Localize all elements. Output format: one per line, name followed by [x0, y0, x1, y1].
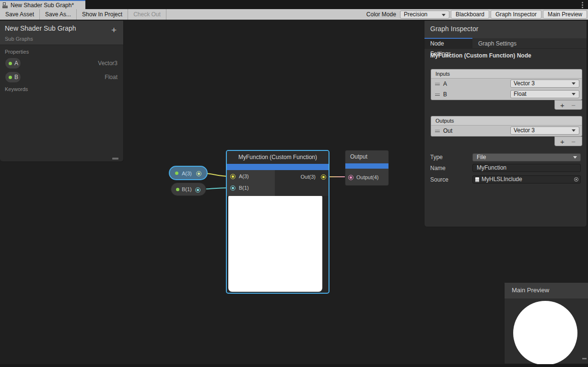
- property-dot-icon: [9, 62, 12, 65]
- blackboard-title: New Shader Sub Graph: [5, 24, 76, 32]
- save-as-button[interactable]: Save As...: [40, 9, 77, 20]
- tab-node-settings[interactable]: Node Settings: [424, 39, 472, 49]
- remove-input-button[interactable]: −: [571, 101, 576, 109]
- property-dot-icon: [175, 172, 178, 175]
- custom-function-node[interactable]: MyFunction (Custom Function) A(3) B(1) O…: [226, 150, 329, 294]
- kebab-menu-icon[interactable]: [582, 2, 583, 3]
- node-settings-heading: MyFunction (Custom Function) Node: [430, 52, 531, 59]
- chevron-down-icon: [572, 129, 576, 132]
- graph-inspector-toggle-button[interactable]: Graph Inspector: [491, 10, 541, 19]
- toolbar: Save Asset Save As... Show In Project Ch…: [0, 9, 588, 20]
- inputs-list: Inputs A Vector 3 B Float: [431, 69, 582, 100]
- drag-handle-icon[interactable]: [435, 93, 440, 96]
- property-node-a[interactable]: A(3): [169, 166, 208, 180]
- tab-graph-settings[interactable]: Graph Settings: [472, 39, 522, 49]
- input-b-name: B: [443, 91, 447, 98]
- property-node-a-label: A(3): [182, 171, 192, 176]
- save-asset-button[interactable]: Save Asset: [0, 9, 40, 20]
- output-out-type-dropdown[interactable]: Vector 3: [510, 126, 579, 135]
- type-value: File: [477, 154, 486, 161]
- graph-inspector-panel: Graph Inspector Node Settings Graph Sett…: [424, 20, 587, 227]
- output-out-name: Out: [443, 127, 452, 134]
- source-field-label: Source: [430, 176, 448, 183]
- tab-title: New Shader Sub Graph*: [11, 2, 74, 9]
- property-node-b-label: B(1): [182, 186, 192, 192]
- blackboard-resize-handle[interactable]: [112, 158, 118, 160]
- input-a-type-dropdown[interactable]: Vector 3: [510, 80, 579, 88]
- blackboard-toggle-button[interactable]: Blackboard: [451, 10, 489, 19]
- input-port-a[interactable]: [230, 174, 235, 179]
- add-property-button[interactable]: +: [111, 25, 117, 34]
- inputs-row-a[interactable]: A Vector 3: [431, 79, 582, 89]
- shader-graph-window: New Shader Sub Graph* Save Asset Save As…: [0, 0, 588, 367]
- drag-handle-icon[interactable]: [435, 83, 440, 85]
- output-port-out[interactable]: [321, 174, 326, 180]
- inputs-list-header: Inputs: [431, 69, 582, 79]
- graph-inspector-header: Graph Inspector: [424, 21, 587, 38]
- node-precision-strip: [227, 164, 329, 170]
- tab-new-shader-sub-graph[interactable]: New Shader Sub Graph*: [0, 0, 85, 9]
- subgraph-file-icon: [2, 2, 8, 8]
- add-output-button[interactable]: +: [560, 138, 564, 146]
- output-node-port-label: Output(4): [356, 174, 378, 180]
- check-out-button: Check Out: [128, 9, 166, 20]
- blackboard-property-b-type: Float: [105, 74, 118, 80]
- name-field-label: Name: [430, 165, 446, 172]
- input-b-type-dropdown[interactable]: Float: [510, 90, 579, 98]
- outputs-row-out[interactable]: Out Vector 3: [431, 126, 582, 136]
- object-picker-icon[interactable]: [574, 177, 578, 182]
- input-a-name: A: [443, 80, 447, 87]
- blackboard-property-a[interactable]: A: [5, 57, 21, 69]
- type-field-label: Type: [430, 154, 443, 161]
- show-in-project-button[interactable]: Show In Project: [77, 9, 128, 20]
- input-port-b-label: B(1): [239, 185, 249, 191]
- property-node-b[interactable]: B(1): [171, 183, 206, 196]
- preview-resize-handle[interactable]: [582, 358, 587, 359]
- drag-handle-icon[interactable]: [435, 130, 440, 132]
- output-node[interactable]: Output Output(4): [345, 150, 389, 186]
- chevron-down-icon: [442, 14, 446, 16]
- blackboard-property-b[interactable]: B: [5, 71, 21, 83]
- inputs-row-b[interactable]: B Float: [431, 89, 582, 100]
- source-object-field[interactable]: MyHLSLInclude: [472, 175, 581, 184]
- color-mode-dropdown[interactable]: Precision: [400, 11, 449, 19]
- blackboard-header: New Shader Sub Graph + Sub Graphs: [0, 21, 123, 45]
- outputs-list-footer: + −: [554, 137, 582, 146]
- output-port-out-label: Out(3): [301, 174, 316, 180]
- custom-function-node-title[interactable]: MyFunction (Custom Function): [227, 151, 329, 164]
- property-dot-icon: [176, 188, 179, 191]
- blackboard-subtitle: Sub Graphs: [5, 36, 33, 42]
- input-a-type-value: Vector 3: [514, 80, 535, 87]
- node-ports-area: A(3) B(1) Out(3): [227, 170, 329, 196]
- add-input-button[interactable]: +: [560, 101, 564, 109]
- property-node-a-port[interactable]: [196, 171, 201, 176]
- node-precision-strip: [345, 163, 388, 169]
- graph-inspector-tabs: Node Settings Graph Settings: [424, 39, 587, 49]
- tab-bar: New Shader Sub Graph*: [0, 0, 588, 9]
- outputs-list: Outputs Out Vector 3: [431, 116, 582, 137]
- color-mode-label: Color Mode: [366, 10, 396, 19]
- outputs-list-header: Outputs: [431, 116, 582, 126]
- properties-section-label: Properties: [5, 49, 29, 55]
- property-node-b-port[interactable]: [195, 187, 200, 193]
- input-port-b[interactable]: [230, 185, 235, 191]
- blackboard-property-a-name: A: [14, 60, 18, 67]
- main-preview-title: Main Preview: [512, 287, 549, 294]
- toolbar-right-group: Color Mode Precision Blackboard Graph In…: [366, 10, 587, 19]
- preview-sphere: [513, 301, 577, 365]
- main-preview-header[interactable]: Main Preview: [505, 283, 588, 298]
- main-preview-toggle-button[interactable]: Main Preview: [543, 10, 587, 19]
- name-value: MyFunction: [477, 164, 506, 171]
- name-input[interactable]: MyFunction: [472, 164, 581, 172]
- chevron-down-icon: [572, 93, 576, 95]
- node-preview-surface: [228, 196, 322, 292]
- output-node-port[interactable]: [348, 175, 353, 180]
- file-asset-icon: [475, 177, 479, 182]
- blackboard-property-b-name: B: [14, 74, 18, 80]
- color-mode-value: Precision: [404, 11, 427, 18]
- output-out-type-value: Vector 3: [514, 127, 535, 134]
- type-dropdown[interactable]: File: [472, 153, 581, 161]
- output-node-title[interactable]: Output: [350, 150, 367, 163]
- source-value: MyHLSLInclude: [482, 176, 522, 183]
- remove-output-button[interactable]: −: [571, 138, 576, 146]
